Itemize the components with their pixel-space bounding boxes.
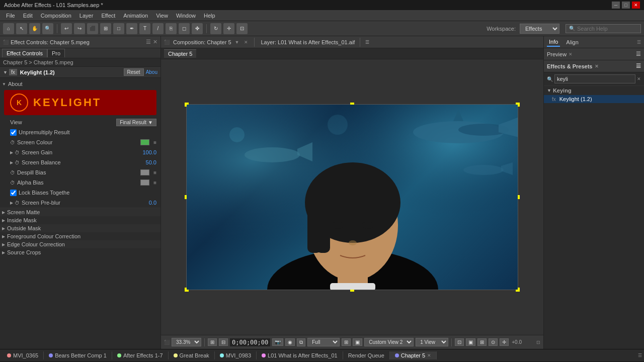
menu-composition[interactable]: Composition bbox=[37, 12, 75, 20]
3d-btn[interactable]: ▣ bbox=[466, 338, 475, 346]
tab-chapter5[interactable]: Chapter 5 ✕ bbox=[390, 351, 437, 359]
screen-colour-swatch[interactable] bbox=[140, 139, 149, 145]
tab-info[interactable]: Info bbox=[547, 38, 560, 47]
pen-tool[interactable]: ✒ bbox=[126, 23, 137, 34]
inside-mask-section[interactable]: ▶ Inside Mask bbox=[0, 216, 160, 224]
despill-bias-swatch[interactable] bbox=[140, 169, 149, 175]
menu-edit[interactable]: Edit bbox=[19, 12, 37, 20]
select-tool[interactable]: ↖ bbox=[16, 23, 27, 34]
draft-button[interactable]: ◉ bbox=[285, 338, 295, 346]
render-btn[interactable]: ⊡ bbox=[455, 338, 464, 346]
maximize-button[interactable]: □ bbox=[622, 2, 630, 9]
pixel-aspect-button[interactable]: ⊟ bbox=[219, 338, 228, 346]
workspace-select[interactable]: Effects Standard Minimal bbox=[520, 24, 559, 34]
ep-menu[interactable]: ☰ bbox=[636, 63, 641, 69]
tab-align[interactable]: Align bbox=[564, 38, 580, 46]
clone-tool[interactable]: ⎘ bbox=[166, 23, 177, 34]
fit-button[interactable]: ⊞ bbox=[208, 338, 217, 346]
screen-balance-value[interactable]: 50.0 bbox=[146, 159, 156, 165]
composition-viewer[interactable] bbox=[161, 59, 543, 335]
ep-close[interactable]: ✕ bbox=[595, 64, 599, 69]
transparency-button[interactable]: ⧉ bbox=[297, 338, 305, 346]
unpremultiply-checkbox[interactable] bbox=[10, 129, 17, 136]
zoom-select[interactable]: 33.3% 50% 100% bbox=[172, 338, 201, 346]
despill-bias-stopwatch[interactable]: ⏱ bbox=[10, 170, 15, 175]
reset-button[interactable]: Reset bbox=[124, 68, 144, 76]
shape-tool[interactable]: □ bbox=[113, 23, 124, 34]
hand-tool[interactable]: ✋ bbox=[29, 23, 40, 34]
outside-mask-section[interactable]: ▶ Outside Mask bbox=[0, 224, 160, 232]
about-section[interactable]: ▼ About bbox=[0, 80, 160, 88]
screen-colour-eyedropper[interactable]: ≡ bbox=[153, 140, 156, 145]
right-panel-menu[interactable]: ☰ bbox=[637, 40, 641, 45]
tab-mvi0983[interactable]: MVI_0983 bbox=[215, 351, 257, 359]
home-icon[interactable]: ⌂ bbox=[3, 23, 14, 34]
menu-file[interactable]: File bbox=[2, 12, 19, 20]
camera-dolly[interactable]: ⊡ bbox=[236, 23, 248, 34]
snap-tool[interactable]: ⊞ bbox=[100, 23, 111, 34]
effect-triangle[interactable]: ▼ bbox=[3, 70, 8, 75]
menu-help[interactable]: Help bbox=[200, 12, 219, 20]
comp-panel-menu[interactable]: ☰ bbox=[365, 40, 369, 45]
comp-ctrl-expand[interactable]: ⊡ bbox=[536, 340, 540, 345]
views-select[interactable]: 1 View 2 Views bbox=[416, 338, 448, 346]
alpha-bias-swatch[interactable] bbox=[140, 179, 149, 186]
screen-colour-stopwatch[interactable]: ⏱ bbox=[10, 140, 15, 145]
toggle-button[interactable]: ▣ bbox=[353, 338, 362, 346]
tab-great-break[interactable]: Great Break bbox=[169, 351, 215, 359]
alpha-bias-pipe[interactable]: ≡ bbox=[153, 180, 156, 186]
search-input[interactable] bbox=[577, 26, 637, 32]
camera-pan[interactable]: ✛ bbox=[223, 23, 234, 34]
zoom-tool[interactable]: 🔍 bbox=[42, 23, 53, 34]
camera-button[interactable]: 📷 bbox=[272, 338, 283, 346]
comp-options-icon[interactable]: ▼ bbox=[235, 40, 239, 45]
preview-close[interactable]: ✕ bbox=[569, 52, 573, 57]
fg-colour-correction-section[interactable]: ▶ Foreground Colour Correction bbox=[0, 232, 160, 240]
tab-overflow-icon[interactable]: ☰ bbox=[638, 353, 642, 358]
tab-bears[interactable]: Bears Better Comp 1 bbox=[44, 351, 112, 359]
menu-view[interactable]: View bbox=[152, 12, 172, 20]
panel-menu-icon[interactable]: ☰ bbox=[146, 39, 151, 45]
undo-tool[interactable]: ↩ bbox=[61, 23, 72, 34]
keying-section[interactable]: ▼ Keying bbox=[544, 86, 644, 95]
menu-effect[interactable]: Effect bbox=[97, 12, 119, 20]
screen-gain-value[interactable]: 100.0 bbox=[142, 149, 156, 155]
text-tool[interactable]: T bbox=[139, 23, 150, 34]
chapter5-tab[interactable]: Chapter 5 bbox=[164, 49, 196, 58]
menu-layer[interactable]: Layer bbox=[75, 12, 98, 20]
tab-render-queue[interactable]: Render Queue bbox=[343, 351, 390, 359]
panel-close-icon[interactable]: ✕ bbox=[153, 39, 157, 45]
preview-menu[interactable]: ☰ bbox=[636, 51, 641, 57]
paint-tool[interactable]: / bbox=[152, 23, 164, 34]
screen-balance-twist[interactable]: ▶ bbox=[10, 160, 13, 165]
screen-gain-twist[interactable]: ▶ bbox=[10, 150, 13, 155]
screen-balance-stopwatch[interactable]: ⏱ bbox=[15, 160, 20, 165]
edge-colour-correction-section[interactable]: ▶ Edge Colour Correction bbox=[0, 240, 160, 248]
comp-close-icon[interactable]: ✕ bbox=[244, 40, 248, 45]
keylight-item[interactable]: fx Keylight (1.2) bbox=[544, 95, 644, 103]
alpha-bias-stopwatch[interactable]: ⏱ bbox=[10, 180, 15, 186]
ep-search-clear[interactable]: ✕ bbox=[637, 76, 641, 81]
render-tool[interactable]: ⬛ bbox=[87, 23, 98, 34]
tab-l01[interactable]: L01 What is After Effects_01 bbox=[257, 351, 343, 359]
minimize-button[interactable]: ─ bbox=[612, 2, 620, 9]
tab-pro[interactable]: Pro bbox=[47, 49, 65, 57]
snap-comp-btn[interactable]: ✛ bbox=[500, 338, 509, 346]
effects-search-input[interactable] bbox=[554, 74, 635, 83]
tab-mvi0365[interactable]: MVI_0365 bbox=[2, 351, 44, 359]
screen-preblur-stopwatch[interactable]: ⏱ bbox=[15, 200, 20, 206]
quality-select[interactable]: Full Half Quarter bbox=[307, 338, 340, 346]
source-crops-section[interactable]: ▶ Source Crops bbox=[0, 248, 160, 256]
screen-preblur-twist[interactable]: ▶ bbox=[10, 201, 13, 205]
tab-ae17[interactable]: After Effects 1-7 bbox=[112, 351, 169, 359]
grid-btn[interactable]: ⊞ bbox=[477, 338, 487, 346]
view-dropdown[interactable]: Final Result ▼ bbox=[116, 119, 156, 126]
eraser-tool[interactable]: ◻ bbox=[179, 23, 190, 34]
screen-matte-section[interactable]: ▶ Screen Matte bbox=[0, 208, 160, 216]
puppet-tool[interactable]: ✤ bbox=[192, 23, 203, 34]
lock-biases-checkbox[interactable] bbox=[10, 190, 17, 196]
screen-gain-stopwatch[interactable]: ⏱ bbox=[15, 150, 20, 155]
camera-orbit[interactable]: ↻ bbox=[210, 23, 221, 34]
tab-close-icon[interactable]: ✕ bbox=[427, 353, 431, 358]
menu-window[interactable]: Window bbox=[172, 12, 200, 20]
